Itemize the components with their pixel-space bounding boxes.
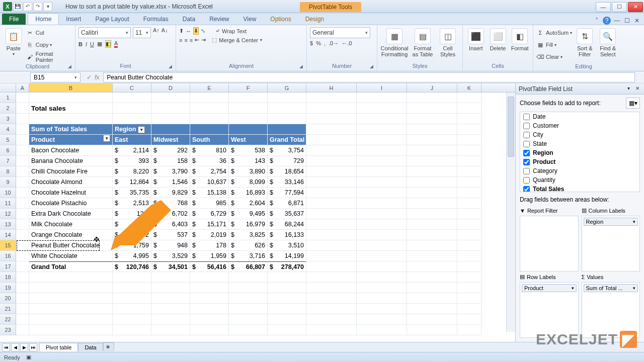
cell[interactable] (16, 293, 29, 304)
cell[interactable] (16, 198, 29, 209)
column-field-pill[interactable]: Region (584, 218, 638, 226)
insert-cells-button[interactable]: ⬛Insert (466, 27, 486, 52)
conditional-formatting-button[interactable]: ▦Conditional Formatting (380, 27, 409, 58)
cell[interactable] (357, 283, 407, 293)
cell[interactable]: $35,637 (268, 209, 306, 219)
cell[interactable] (268, 314, 306, 325)
field-checkbox-state[interactable]: State (520, 139, 639, 148)
macro-record-icon[interactable]: ▣ (26, 354, 31, 360)
cell[interactable]: $9,495 (229, 209, 268, 219)
cell[interactable] (29, 304, 113, 314)
cell[interactable] (229, 283, 268, 293)
cell[interactable] (151, 325, 190, 335)
align-middle-icon[interactable]: ↔ (186, 28, 191, 34)
area-row-labels[interactable]: Product (520, 282, 579, 338)
cell[interactable] (457, 156, 481, 166)
cell[interactable] (357, 145, 407, 156)
cell[interactable]: $178 (190, 240, 229, 251)
field-checkbox-total-sales[interactable]: Total Sales (520, 185, 639, 192)
cell[interactable] (306, 166, 357, 177)
cell[interactable]: Bacon Chocolate (29, 145, 113, 156)
cell[interactable] (268, 293, 306, 304)
copy-button[interactable]: ⎘Copy▾ (26, 39, 72, 50)
minimize-button[interactable]: — (596, 2, 611, 12)
cell[interactable] (306, 219, 357, 230)
cell[interactable]: $158 (151, 156, 190, 166)
cell[interactable] (457, 261, 481, 272)
field-checkbox-quantity[interactable]: Quantity (520, 175, 639, 185)
merge-center-button[interactable]: Merge & Center (219, 37, 258, 43)
cell[interactable]: Midwest (151, 135, 190, 145)
tab-home[interactable]: Home (28, 13, 59, 25)
cell[interactable] (29, 114, 113, 124)
row-header[interactable]: 3 (0, 114, 16, 124)
cell[interactable]: $33,146 (268, 177, 306, 188)
cell[interactable]: $3,890 (229, 166, 268, 177)
maximize-button[interactable]: ☐ (612, 2, 627, 12)
cell[interactable]: $2,754 (190, 166, 229, 177)
cell[interactable] (357, 198, 407, 209)
cell[interactable]: $985 (190, 198, 229, 209)
cell[interactable] (407, 124, 457, 135)
cell[interactable] (407, 156, 457, 166)
cell[interactable] (268, 93, 306, 103)
cell[interactable]: White Chocolate (29, 251, 113, 261)
tab-insert[interactable]: Insert (59, 14, 88, 25)
border-icon[interactable]: ▦ (97, 41, 102, 47)
cell[interactable] (407, 145, 457, 156)
cell[interactable]: $9,752 (113, 230, 151, 240)
cell[interactable]: $6,729 (190, 209, 229, 219)
row-header[interactable]: 21 (0, 304, 16, 314)
tab-design[interactable]: Design (298, 14, 331, 25)
select-all-corner[interactable] (0, 83, 16, 92)
window-close-icon[interactable]: ✕ (633, 17, 641, 25)
cell[interactable] (357, 114, 407, 124)
row-header[interactable]: 18 (0, 272, 16, 283)
cell[interactable] (268, 304, 306, 314)
cell[interactable] (457, 103, 481, 114)
cell[interactable]: $2,604 (229, 198, 268, 209)
cell[interactable] (407, 293, 457, 304)
cell[interactable]: Chocolate Almond (29, 177, 113, 188)
redo-icon[interactable]: ↷ (33, 2, 42, 11)
qat-customize-icon[interactable]: ▾ (43, 2, 52, 11)
cell[interactable] (357, 156, 407, 166)
row-header[interactable]: 13 (0, 219, 16, 230)
wrap-text-button[interactable]: Wrap Text (222, 28, 247, 34)
cell[interactable]: $4,995 (113, 251, 151, 261)
cell[interactable] (457, 177, 481, 188)
cell[interactable] (151, 272, 190, 283)
cell[interactable] (113, 283, 151, 293)
cell[interactable]: $36 (190, 156, 229, 166)
fx-icon[interactable]: fx (95, 74, 99, 81)
row-header[interactable]: 10 (0, 188, 16, 198)
cell[interactable] (357, 272, 407, 283)
font-name-select[interactable]: Calibri (78, 27, 131, 38)
cell[interactable]: Banana Chocolate (29, 156, 113, 166)
cell[interactable]: $77,594 (268, 188, 306, 198)
cell[interactable]: $15,138 (190, 188, 229, 198)
cell[interactable] (407, 230, 457, 240)
cell[interactable] (407, 251, 457, 261)
cell[interactable] (29, 93, 113, 103)
row-header[interactable]: 2 (0, 103, 16, 114)
align-left-icon[interactable]: ≡ (179, 37, 182, 43)
cell[interactable] (16, 325, 29, 335)
cell[interactable] (306, 177, 357, 188)
cell[interactable] (113, 272, 151, 283)
decrease-decimal-icon[interactable]: ←.0 (342, 40, 352, 46)
cell[interactable] (357, 261, 407, 272)
undo-icon[interactable]: ↶ (23, 2, 32, 11)
fieldlist-layout-button[interactable]: ▦▾ (626, 98, 640, 109)
cell[interactable]: $626 (229, 240, 268, 251)
fieldlist-fields[interactable]: DateCustomerCityStateRegionProductCatego… (520, 112, 640, 192)
format-painter-button[interactable]: 🖌Format Painter (26, 51, 72, 62)
cell[interactable]: $16,893 (229, 188, 268, 198)
cell[interactable]: $3,510 (268, 240, 306, 251)
cell[interactable] (113, 325, 151, 335)
cell[interactable]: Orange Chocolate (29, 230, 113, 240)
sheet-nav-last-icon[interactable]: ⏭ (29, 343, 37, 351)
number-launcher-icon[interactable]: ◢ (370, 64, 376, 70)
cell[interactable] (457, 230, 481, 240)
cell[interactable] (229, 93, 268, 103)
